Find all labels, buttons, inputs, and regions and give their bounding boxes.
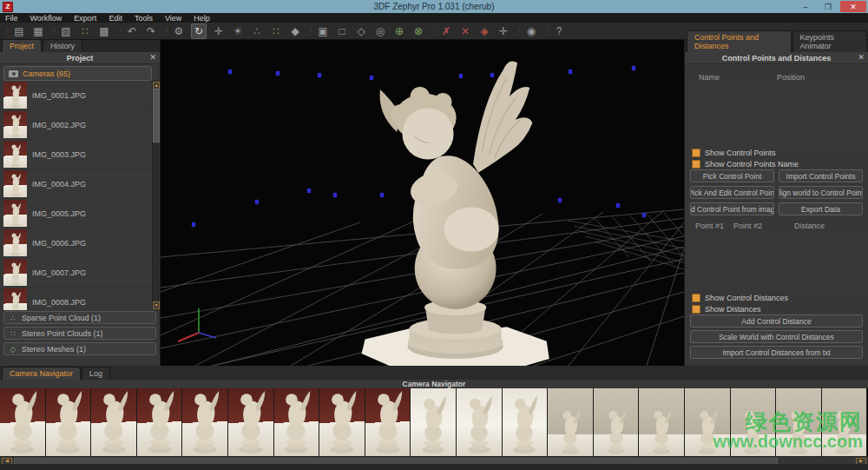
- navigator-thumbnail[interactable]: [137, 388, 183, 456]
- camera-row[interactable]: IMG_0008.JPG: [3, 288, 153, 310]
- scale-world-with-control-distances-button[interactable]: Scale World with Control Distances: [690, 330, 863, 343]
- cherub-model[interactable]: [161, 40, 684, 366]
- navigator-thumbnail[interactable]: [548, 388, 594, 456]
- cameras-group-item[interactable]: Cameras (65): [3, 66, 152, 81]
- camera-row[interactable]: IMG_0006.JPG: [3, 228, 153, 258]
- sparse-cloud-visibility-icon[interactable]: ∴: [250, 24, 264, 38]
- menu-view[interactable]: View: [165, 14, 181, 23]
- edit-points-pick-icon[interactable]: ⊗: [411, 24, 425, 38]
- mesh-visibility-icon[interactable]: ◆: [288, 24, 302, 38]
- navigator-thumbnail[interactable]: [731, 388, 777, 456]
- navigator-thumbnail[interactable]: [639, 388, 685, 456]
- open-project-icon[interactable]: ▤: [12, 24, 26, 38]
- checkbox-checked-icon[interactable]: [692, 294, 700, 302]
- tab-project[interactable]: Project: [2, 39, 42, 52]
- tab-control-points[interactable]: Control Points and Distances: [687, 30, 792, 52]
- section-stereo-meshes[interactable]: ◇Stereo Meshes (1): [3, 342, 156, 355]
- redo-icon[interactable]: ↷: [144, 24, 158, 38]
- tab-log[interactable]: Log: [82, 367, 110, 380]
- checkbox-checked-icon[interactable]: [692, 149, 700, 157]
- camera-row[interactable]: IMG_0002.JPG: [3, 110, 153, 140]
- navigator-thumbnail[interactable]: [274, 388, 320, 456]
- orbit-navigation-icon[interactable]: ↻: [191, 23, 207, 39]
- extract-mesh-icon[interactable]: ▩: [97, 24, 111, 38]
- camera-row[interactable]: IMG_0001.JPG: [3, 81, 153, 110]
- checkbox-row[interactable]: Show Control Distances: [692, 294, 861, 302]
- navigator-thumbnail[interactable]: [594, 388, 640, 456]
- camera-list-scrollbar[interactable]: ▲ ▼: [152, 81, 159, 310]
- navigator-thumbnail[interactable]: [46, 388, 92, 456]
- pick-control-point-button[interactable]: Pick Control Point: [690, 169, 774, 182]
- undo-icon[interactable]: ↶: [125, 24, 139, 38]
- menu-workflow[interactable]: Workflow: [30, 14, 62, 23]
- navigator-thumbnail[interactable]: [411, 388, 457, 456]
- delete-unselected-points-icon[interactable]: ✕: [458, 24, 472, 38]
- camera-navigator-strip[interactable]: [0, 388, 868, 456]
- camera-list[interactable]: IMG_0001.JPGIMG_0002.JPGIMG_0003.JPGIMG_…: [3, 81, 153, 310]
- navigator-thumbnail[interactable]: [228, 388, 274, 456]
- menu-file[interactable]: File: [5, 14, 18, 23]
- control-points-list[interactable]: [688, 83, 865, 146]
- pick-and-edit-control-point-button[interactable]: Pick And Edit Control Point: [690, 186, 774, 199]
- navigator-thumbnail[interactable]: [365, 388, 411, 456]
- navigator-thumbnail[interactable]: [776, 388, 822, 456]
- menu-export[interactable]: Export: [74, 14, 96, 23]
- save-project-icon[interactable]: ▦: [31, 24, 45, 38]
- checkbox-row[interactable]: Show Control Points Name: [692, 160, 861, 169]
- close-icon[interactable]: ✕: [858, 53, 865, 62]
- viewport-3d[interactable]: [161, 40, 684, 366]
- world-gizmo-icon[interactable]: ✛: [212, 24, 226, 38]
- lock-selection-icon[interactable]: ▣: [316, 24, 330, 38]
- camera-row[interactable]: IMG_0007.JPG: [3, 258, 153, 288]
- navigator-thumbnail[interactable]: [319, 388, 365, 456]
- control-distances-list[interactable]: [688, 232, 865, 291]
- checkbox-checked-icon[interactable]: [692, 305, 700, 314]
- menu-edit[interactable]: Edit: [108, 14, 122, 23]
- dense-cloud-visibility-icon[interactable]: ∷: [269, 24, 283, 38]
- checkbox-checked-icon[interactable]: [692, 160, 700, 169]
- densify-point-cloud-icon[interactable]: ∷: [78, 24, 92, 38]
- menu-help[interactable]: Help: [194, 14, 210, 23]
- tab-keypoints-animator[interactable]: Keypoints Animator: [792, 30, 867, 52]
- minimize-button[interactable]: –: [795, 1, 816, 12]
- scrollbar-thumb[interactable]: [153, 89, 160, 142]
- move-selection-icon[interactable]: ✛: [496, 24, 510, 38]
- navigator-thumbnail[interactable]: [91, 388, 137, 456]
- add-control-point-from-images-button[interactable]: Add Control Point from images: [690, 202, 774, 215]
- scroll-down-icon[interactable]: ▼: [153, 301, 160, 309]
- navigator-thumbnail[interactable]: [182, 388, 228, 456]
- section-sparse-point-cloud[interactable]: ∴Sparse Point Cloud (1): [3, 311, 156, 324]
- navigator-thumbnail[interactable]: [822, 388, 868, 456]
- tab-camera-navigator[interactable]: Camera Navigator: [2, 367, 81, 380]
- new-reconstruction-icon[interactable]: ▧: [59, 24, 73, 38]
- maximize-button[interactable]: ❐: [818, 1, 838, 12]
- rect-selection-icon[interactable]: □: [335, 24, 349, 38]
- navigator-thumbnail[interactable]: [457, 388, 503, 456]
- zoom-selection-icon[interactable]: ◎: [373, 24, 387, 38]
- screenshot-camera-icon[interactable]: ◉: [524, 24, 538, 38]
- import-control-points-button[interactable]: Import Control Points: [779, 169, 863, 182]
- delete-mesh-selection-icon[interactable]: ◈: [477, 24, 491, 38]
- delete-selected-points-icon[interactable]: ✗: [439, 24, 453, 38]
- close-icon[interactable]: ✕: [149, 53, 156, 62]
- checkbox-row[interactable]: Show Control Points: [692, 149, 861, 157]
- poly-selection-icon[interactable]: ◇: [354, 24, 368, 38]
- lighting-bulb-icon[interactable]: ☀: [231, 24, 245, 38]
- align-world-to-control-points-button[interactable]: Align world to Control Points: [779, 186, 863, 199]
- camera-row[interactable]: IMG_0004.JPG: [3, 169, 153, 199]
- import-control-distances-from-txt-button[interactable]: Import Control Distances from txt: [690, 346, 863, 359]
- navigator-thumbnail[interactable]: [503, 388, 549, 456]
- export-data-button[interactable]: Export Data: [779, 202, 863, 215]
- checkbox-row[interactable]: Show Distances: [692, 305, 861, 314]
- close-button[interactable]: ✕: [840, 1, 866, 12]
- tab-history[interactable]: History: [43, 39, 82, 52]
- title-bar[interactable]: Z 3DF Zephyr Pro 1.031 (cherub) – ❐ ✕: [0, 0, 868, 13]
- edit-points-add-icon[interactable]: ⊕: [392, 24, 406, 38]
- options-wrench-icon[interactable]: ⚙: [172, 24, 186, 38]
- navigator-thumbnail[interactable]: [685, 388, 731, 456]
- add-control-distance-button[interactable]: Add Control Distance: [690, 314, 863, 328]
- camera-row[interactable]: IMG_0005.JPG: [3, 199, 153, 228]
- section-stereo-point-clouds[interactable]: ∷Stereo Point Clouds (1): [3, 327, 156, 340]
- camera-row[interactable]: IMG_0003.JPG: [3, 140, 153, 169]
- navigator-thumbnail[interactable]: [0, 388, 46, 456]
